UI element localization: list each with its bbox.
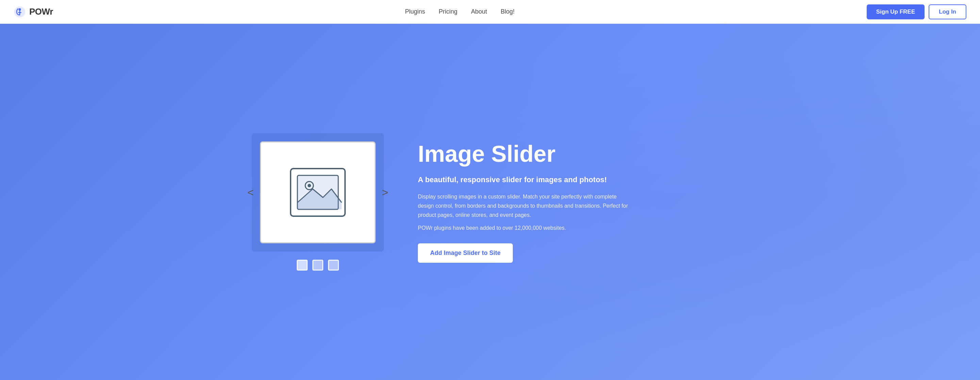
login-button[interactable]: Log In — [929, 5, 966, 19]
slider-outer-bg: < > — [252, 133, 384, 252]
hero-stat: POWr plugins have been added to over 12,… — [418, 225, 629, 231]
slider-dot-1[interactable] — [297, 260, 308, 271]
hero-content: Image Slider A beautiful, responsive sli… — [418, 141, 629, 263]
powr-logo-icon — [14, 6, 26, 18]
slider-preview: < > — [252, 133, 384, 271]
nav-links: Plugins Pricing About Blog! — [399, 5, 520, 18]
brand-name: POWr — [29, 6, 53, 17]
slider-next-button[interactable]: > — [382, 186, 388, 199]
signup-button[interactable]: Sign Up FREE — [867, 5, 924, 19]
nav-link-plugins[interactable]: Plugins — [399, 5, 430, 18]
image-placeholder-icon — [287, 165, 348, 220]
slider-dot-3[interactable] — [328, 260, 339, 271]
cta-button[interactable]: Add Image Slider to Site — [418, 243, 513, 263]
nav-link-blog[interactable]: Blog! — [495, 5, 520, 18]
slider-dot-2[interactable] — [312, 260, 323, 271]
slider-prev-button[interactable]: < — [247, 186, 254, 199]
slider-dots — [297, 260, 339, 271]
hero-inner: < > Image Slider A beautiful, responsive… — [252, 133, 728, 271]
svg-point-5 — [308, 184, 311, 187]
hero-section: < > Image Slider A beautiful, responsive… — [0, 24, 980, 380]
nav-link-pricing[interactable]: Pricing — [433, 5, 463, 18]
slider-card: < > — [260, 141, 375, 243]
hero-description: Display scrolling images in a custom sli… — [418, 192, 629, 220]
navbar-actions: Sign Up FREE Log In — [867, 5, 966, 19]
hero-title: Image Slider — [418, 141, 629, 166]
nav-link-about[interactable]: About — [466, 5, 492, 18]
brand-logo[interactable]: POWr — [14, 6, 53, 18]
navbar: POWr Plugins Pricing About Blog! Sign Up… — [0, 0, 980, 24]
hero-subtitle: A beautiful, responsive slider for image… — [418, 175, 629, 185]
